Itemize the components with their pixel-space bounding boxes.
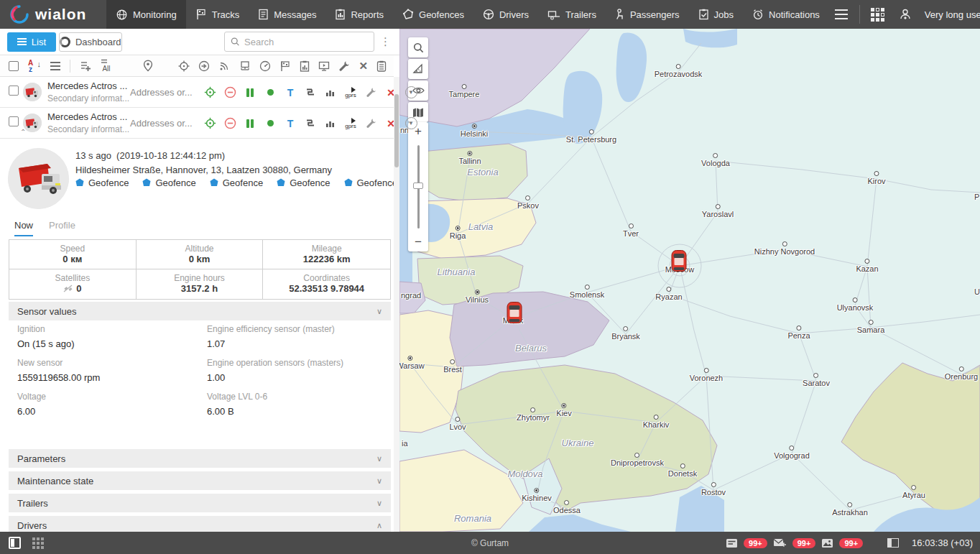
wialon-logo[interactable]: wialon: [0, 0, 106, 29]
locate-units-button[interactable]: [178, 60, 190, 72]
search-input[interactable]: [244, 37, 368, 47]
geofence-chip[interactable]: Geofence: [210, 177, 263, 188]
unit-checkbox[interactable]: [9, 86, 19, 96]
unit-motion-state-icon[interactable]: [223, 86, 236, 98]
show-all-units-button[interactable]: All: [101, 59, 112, 73]
main-menu-button[interactable]: [829, 0, 854, 29]
nav-tab-trailers[interactable]: Trailers: [538, 0, 606, 29]
section-trailers[interactable]: Trailers ∨: [9, 494, 391, 512]
unit-search[interactable]: [224, 32, 374, 52]
follow-units-button[interactable]: [198, 60, 210, 72]
unit-expand-icon[interactable]: ▼: [405, 86, 417, 98]
edit-units-button[interactable]: [338, 60, 350, 72]
map-search-button[interactable]: [408, 37, 428, 57]
wialon-logo-icon: [10, 5, 29, 24]
section-parameters[interactable]: Parameters ∨: [9, 449, 391, 468]
add-units-button[interactable]: [80, 60, 91, 72]
nav-tab-passengers[interactable]: Passengers: [606, 0, 689, 29]
map-canvas[interactable]: Tampere Petrozavodsk Helsinki St. Peters…: [399, 29, 980, 532]
collapse-caret-icon[interactable]: ⌃: [20, 128, 26, 136]
unit-settings-icon[interactable]: [364, 118, 377, 129]
geofence-chip[interactable]: Geofence: [142, 177, 195, 188]
unit-gprs-icon[interactable]: gprs: [344, 118, 357, 129]
nav-tab-jobs[interactable]: Jobs: [689, 0, 743, 29]
unit-settings-icon[interactable]: [364, 87, 377, 98]
nav-tab-monitoring[interactable]: Monitoring: [106, 0, 186, 29]
unit-connection-state-icon[interactable]: [264, 120, 277, 126]
query-report-button[interactable]: [300, 60, 310, 72]
user-account-button[interactable]: [893, 0, 917, 29]
geofence-chip[interactable]: Geofence: [277, 177, 330, 188]
unit-locate-icon[interactable]: [203, 117, 216, 129]
username-label[interactable]: Very long username: [920, 9, 980, 20]
tab-profile[interactable]: Profile: [49, 220, 75, 236]
nav-tab-messages[interactable]: Messages: [249, 0, 325, 29]
panel-scrollbar[interactable]: [394, 77, 399, 532]
unit-row-2[interactable]: ⌃ Mercedes Actros ... Secondary informat…: [0, 108, 394, 139]
send-command-button[interactable]: [218, 60, 231, 72]
view-tab-dashboard[interactable]: Dashboard: [59, 32, 122, 52]
unit-ignition-state-icon[interactable]: [244, 119, 256, 128]
unit-expand-icon[interactable]: ▼: [405, 117, 417, 129]
gprs-label: gprs: [345, 124, 356, 129]
view-tab-list[interactable]: List: [7, 32, 56, 52]
unit-log-button[interactable]: [376, 60, 387, 72]
unit-checkbox[interactable]: [9, 116, 19, 126]
sensor-value: 6.00: [17, 406, 207, 417]
section-label: Maintenance state: [17, 476, 93, 486]
unit-gprs-icon[interactable]: gprs: [344, 87, 357, 98]
tab-now[interactable]: Now: [14, 220, 33, 236]
events-registrar-button[interactable]: [239, 60, 251, 72]
unit-text-icon[interactable]: T: [284, 87, 297, 98]
unit-locate-icon[interactable]: [203, 86, 216, 98]
nav-tab-label: Reports: [351, 9, 384, 20]
select-all-checkbox[interactable]: [9, 61, 19, 71]
sort-az-button[interactable]: A ↓ z: [28, 60, 41, 73]
panel-scrollbar-thumb[interactable]: [394, 94, 399, 167]
unit-motion-state-icon[interactable]: [223, 117, 236, 129]
nav-tab-tracks[interactable]: Tracks: [186, 0, 249, 29]
nav-tab-notifications[interactable]: Notifications: [743, 0, 829, 29]
unit-name[interactable]: Mercedes Actros ...: [47, 80, 127, 91]
unit-row-1[interactable]: Mercedes Actros ... Secondary informat..…: [0, 77, 394, 108]
unit-chart-icon[interactable]: [324, 119, 337, 128]
section-drivers[interactable]: Drivers ∧: [9, 516, 391, 532]
stat-label: Coordinates: [263, 273, 390, 283]
section-sensor-values[interactable]: Sensor values ∨: [9, 302, 391, 320]
tracks-flag-icon: [195, 9, 207, 20]
nav-tab-reports[interactable]: Reports: [325, 0, 393, 29]
zoom-slider-handle[interactable]: [413, 183, 423, 189]
car-rear-window: [674, 267, 685, 270]
unit-car-marker[interactable]: [672, 250, 687, 272]
unit-chart-icon[interactable]: [324, 88, 337, 97]
notifications-alarm-icon: [752, 9, 764, 20]
geofence-chip[interactable]: Geofence: [75, 177, 129, 188]
stat-label: Engine hours: [137, 273, 263, 283]
map-measure-button[interactable]: [408, 59, 428, 79]
unit-list-toolbar: A ↓ z All: [0, 55, 394, 77]
unit-route-icon[interactable]: [304, 88, 317, 97]
unit-car-marker[interactable]: [507, 302, 522, 323]
nav-tab-geofences[interactable]: Geofences: [393, 0, 473, 29]
nav-tab-drivers[interactable]: Drivers: [473, 0, 538, 29]
unit-name[interactable]: Mercedes Actros ...: [47, 111, 127, 122]
geofence-chip[interactable]: Geofence: [344, 177, 394, 188]
address-pin-button[interactable]: [143, 60, 153, 72]
truck-photo-icon: [8, 148, 69, 209]
unit-avatar[interactable]: [23, 83, 42, 101]
panel-kebab-icon[interactable]: ⋮: [377, 35, 394, 48]
section-label: Parameters: [17, 453, 65, 464]
unit-address: Addresses or...: [130, 87, 193, 98]
quick-track-button[interactable]: [259, 60, 271, 72]
unit-text-icon[interactable]: T: [284, 118, 297, 129]
zoom-out-button[interactable]: −: [408, 233, 428, 251]
unit-ignition-state-icon[interactable]: [244, 88, 256, 97]
list-view-button[interactable]: [50, 62, 60, 70]
unit-connection-state-icon[interactable]: [264, 89, 277, 96]
section-maintenance-state[interactable]: Maintenance state ∨: [9, 471, 391, 490]
query-messages-button[interactable]: [318, 60, 330, 72]
unit-route-icon[interactable]: [304, 119, 317, 128]
apps-button[interactable]: [866, 0, 890, 29]
build-track-button[interactable]: [279, 60, 291, 72]
remove-from-list-button[interactable]: ✕: [359, 60, 368, 73]
